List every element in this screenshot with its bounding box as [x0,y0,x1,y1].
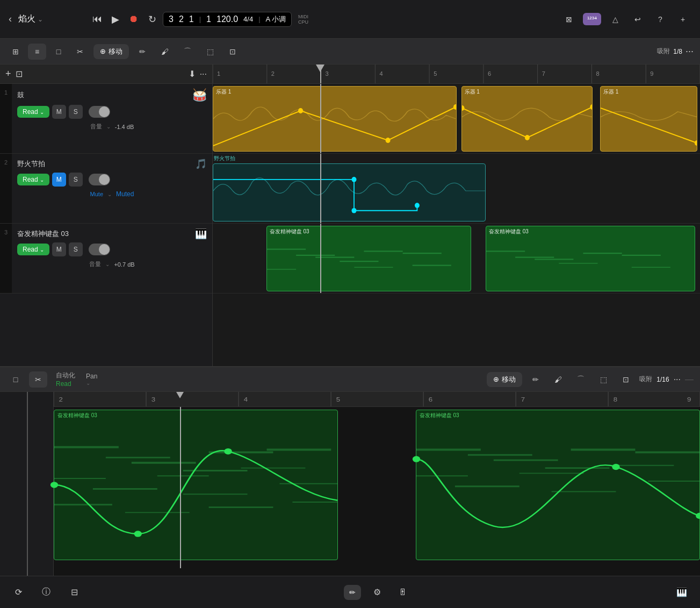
track-options-button[interactable]: ··· [200,69,207,79]
play-button[interactable]: ▶ [112,13,119,25]
bottom-pencil-button[interactable]: ✏ [526,371,545,388]
clip-3a[interactable]: 奋发精神键盘 03 [266,226,471,291]
track-2-solo-button[interactable]: S [69,173,83,187]
snap-badge[interactable]: ¹²³⁴ [583,13,601,25]
svg-text:5: 5 [336,397,341,403]
track-3-name: 奋发精神键盘 03 [17,229,192,239]
clip-3b[interactable]: 奋发精神键盘 03 [486,226,695,291]
track-3-read-button[interactable]: Read ⌄ [17,244,49,255]
track-2-fader[interactable] [89,174,110,185]
track-number-1: 1 [0,84,12,153]
bottom-snap-value[interactable]: 1/16 [656,376,669,383]
svg-point-25 [695,140,697,146]
select-tool-button[interactable]: ⬚ [201,44,219,60]
scissors-tool-button[interactable]: ✂ [71,44,89,60]
lane2-label: 野火节拍 [214,155,235,162]
track-2-param-arrow: ⌄ [107,191,112,197]
track-1-solo-button[interactable]: S [69,105,83,119]
grid-view-button[interactable]: ⊞ [6,44,25,60]
track-1-fader[interactable] [89,106,110,118]
add-track-button[interactable]: + [5,68,11,80]
record-icon-button[interactable]: ⊠ [560,11,578,28]
bottom-curve-button[interactable]: ⌒ [572,371,590,388]
bottom-snap-label: 吸附 [639,375,652,384]
svg-text:4: 4 [379,71,383,77]
project-name[interactable]: 焰火 ⌄ [18,13,43,25]
curve-tool-button[interactable]: ⌒ [178,44,197,60]
pencil-active-button[interactable]: ✏ [344,585,361,600]
help-button[interactable]: ? [652,11,669,28]
svg-text:5: 5 [434,71,437,77]
bottom-brush-button[interactable]: 🖌 [549,371,567,388]
back-button[interactable]: ‹ [9,13,12,25]
bottom-automation-button[interactable]: ✂ [29,371,47,388]
midi-cpu-display: MIDI CPU [298,14,308,25]
track-2-read-button[interactable]: Read ⌄ [17,174,49,185]
arrange-ruler: 1 2 3 4 5 6 7 8 9 [213,65,700,84]
eq-footer-button[interactable]: 🎚 [393,583,413,602]
track-3-mute-button[interactable]: M [52,242,66,256]
track-3-param-label: 音量 [89,260,101,268]
duplicate-track-button[interactable]: ⊡ [16,69,23,79]
metronome-button[interactable]: △ [607,11,624,28]
track-3-body: 奋发精神键盘 03 🎹 Read ⌄ M S 音量 ⌄ [12,224,212,293]
move-icon: ⊕ [100,47,106,55]
track-1-mute-button[interactable]: M [52,105,66,119]
track-3-fader[interactable] [89,244,110,255]
rewind-button[interactable]: ⏮ [92,13,102,25]
brush-tool-button[interactable]: 🖌 [156,44,174,60]
svg-text:9: 9 [650,71,653,77]
window-view-button[interactable]: □ [49,44,68,60]
track-3-solo-button[interactable]: S [69,242,83,256]
automation-clip-2[interactable]: 奋发精神键盘 03 [416,410,700,560]
track-2-name: 野火节拍 [17,159,192,169]
track-1-read-button[interactable]: Read ⌄ [17,106,49,118]
undo-button[interactable]: ↩ [629,11,646,28]
position-subdivisions: 1 [189,15,194,24]
snap-value[interactable]: 1/8 [673,48,682,55]
position-display[interactable]: 3 2 1 | 1 120.0 4/4 | A 小调 [163,12,292,27]
more-options-button[interactable]: ··· [685,46,694,57]
bottom-move-tool[interactable]: ⊕ 移动 [487,372,522,387]
track-2-mute-button[interactable]: M [52,173,66,187]
svg-text:3: 3 [326,71,329,77]
piano-footer-button[interactable]: 🎹 [672,583,691,602]
loop-footer-button[interactable]: ⟳ [9,583,28,602]
track-2-muted-label: Muted [116,190,134,198]
pencil-tool-button[interactable]: ✏ [133,44,151,60]
svg-text:7: 7 [521,397,525,403]
info-footer-button[interactable]: ⓘ [37,583,56,602]
move-tool-button[interactable]: ⊕ 移动 [93,44,129,59]
clip-1b[interactable]: 乐器 1 [461,86,593,152]
svg-text:1: 1 [217,71,220,77]
import-button[interactable]: ⬇ [189,69,196,79]
transport-controls: ⏮ ▶ ⏺ ↻ [92,13,156,25]
snap-label: 吸附 [657,47,670,56]
track-2: 2 野火节拍 🎵 Read ⌄ M S [0,154,212,224]
track-2-lane: 野火节拍 [213,154,700,224]
bottom-window-button[interactable]: □ [6,371,25,388]
param-arrow: ⌄ [86,380,97,386]
clip-2a[interactable] [213,163,486,221]
track-1-param-val: -1.4 dB [115,124,134,130]
record-button[interactable]: ⏺ [129,13,139,25]
clip-1a[interactable]: 乐器 1 [213,86,457,152]
top-bar: ‹ 焰火 ⌄ ⏮ ▶ ⏺ ↻ 3 2 1 | 1 120.0 4/4 | A 小… [0,0,700,39]
bottom-timeline-area: 2 3 4 5 6 7 8 9 [54,392,700,576]
automation-clip-1[interactable]: 奋发精神键盘 03 [54,410,338,560]
list-view-button[interactable]: ≡ [28,44,46,60]
settings-footer-button[interactable]: ⚙ [367,583,387,602]
copy-tool-button[interactable]: ⊡ [223,44,242,60]
track-2-controls: Read ⌄ M S [17,173,207,187]
bottom-select-button[interactable]: ⬚ [594,371,612,388]
app-container: ‹ 焰火 ⌄ ⏮ ▶ ⏺ ↻ 3 2 1 | 1 120.0 4/4 | A 小… [0,0,700,608]
bottom-content: 2 3 4 5 6 7 8 9 [0,392,700,576]
bottom-more-button[interactable]: ··· [674,375,681,384]
clip-1c[interactable]: 乐器 1 [600,86,697,152]
tracks-footer-button[interactable]: ⊟ [64,583,84,602]
bottom-copy-button[interactable]: ⊡ [617,371,635,388]
loop-button[interactable]: ↻ [148,13,156,25]
track-1-lane: 乐器 1 乐器 1 [213,84,700,154]
add-button[interactable]: + [674,11,691,28]
track-list-header: + ⊡ ⬇ ··· [0,65,212,84]
